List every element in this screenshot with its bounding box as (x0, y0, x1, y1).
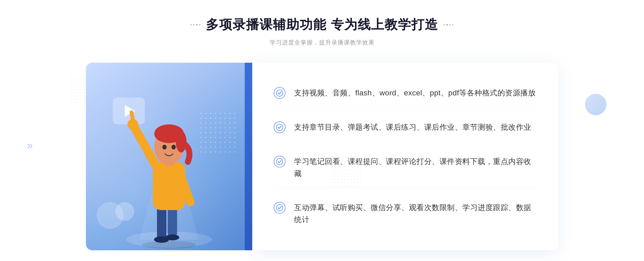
dot-5 (444, 24, 445, 25)
check-icon-1 (276, 89, 283, 97)
check-circle-3 (274, 156, 286, 167)
arrows-decoration: » (27, 139, 33, 151)
check-icon-4 (276, 204, 283, 211)
chevron-left-icon: » (27, 139, 33, 151)
title-dots-right (444, 24, 453, 26)
svg-point-19 (276, 124, 283, 130)
feature-item-4: 互动弹幕、试听购买、微信分享、观看次数限制、学习进度跟踪、数据统计 (274, 194, 537, 234)
page-subtitle: 学习进度全掌握，提升录播课教学效果 (191, 39, 453, 47)
dot-4 (199, 24, 200, 25)
check-icon-3 (276, 158, 283, 165)
dot-8 (452, 24, 453, 25)
dot-7 (449, 24, 451, 25)
dot-pattern-right (330, 155, 362, 188)
dot-6 (446, 24, 448, 26)
check-circle-2 (274, 121, 286, 133)
feature-item-1: 支持视频、音频、flash、word、excel、ppt、pdf等各种格式的资源… (274, 79, 537, 107)
svg-line-10 (131, 112, 133, 120)
blue-stripe (245, 63, 252, 250)
svg-point-6 (165, 234, 179, 240)
feature-item-3: 学习笔记回看、课程提问、课程评论打分、课件资料下载，重点内容收藏 (274, 148, 537, 188)
page-wrapper: » 多项录播课辅助功能 专为线上教学打造 学习进度全掌握，提升录播课教学效果 (0, 0, 644, 261)
teaching-figure (118, 100, 220, 250)
features-card: 支持视频、音频、flash、word、excel、ppt、pdf等各种格式的资源… (252, 63, 558, 250)
title-row: 多项录播课辅助功能 专为线上教学打造 (191, 16, 453, 33)
content-area: 支持视频、音频、flash、word、excel、ppt、pdf等各种格式的资源… (86, 63, 558, 250)
feature-text-1: 支持视频、音频、flash、word、excel、ppt、pdf等各种格式的资源… (294, 87, 536, 99)
title-dots-left (191, 24, 200, 26)
feature-item-2: 支持章节目录、弹题考试、课后练习、课后作业、章节测验、批改作业 (274, 113, 537, 142)
check-circle-1 (274, 87, 286, 99)
illustration-card (86, 63, 252, 250)
page-title: 多项录播课辅助功能 专为线上教学打造 (206, 16, 438, 33)
side-circle-decoration (585, 94, 606, 115)
svg-point-20 (276, 158, 283, 165)
check-circle-4 (274, 202, 286, 214)
svg-point-21 (276, 204, 283, 211)
dot-2 (193, 24, 195, 25)
svg-point-17 (171, 145, 176, 150)
svg-point-2 (142, 241, 196, 249)
dot-3 (196, 24, 198, 26)
check-icon-2 (276, 124, 283, 131)
svg-point-16 (162, 145, 167, 150)
dot-1 (191, 24, 192, 25)
feature-text-2: 支持章节目录、弹题考试、课后练习、课后作业、章节测验、批改作业 (294, 121, 531, 133)
feature-text-4: 互动弹幕、试听购买、微信分享、观看次数限制、学习进度跟踪、数据统计 (294, 202, 537, 226)
header-section: 多项录播课辅助功能 专为线上教学打造 学习进度全掌握，提升录播课教学效果 (191, 16, 453, 47)
svg-point-18 (276, 90, 283, 96)
